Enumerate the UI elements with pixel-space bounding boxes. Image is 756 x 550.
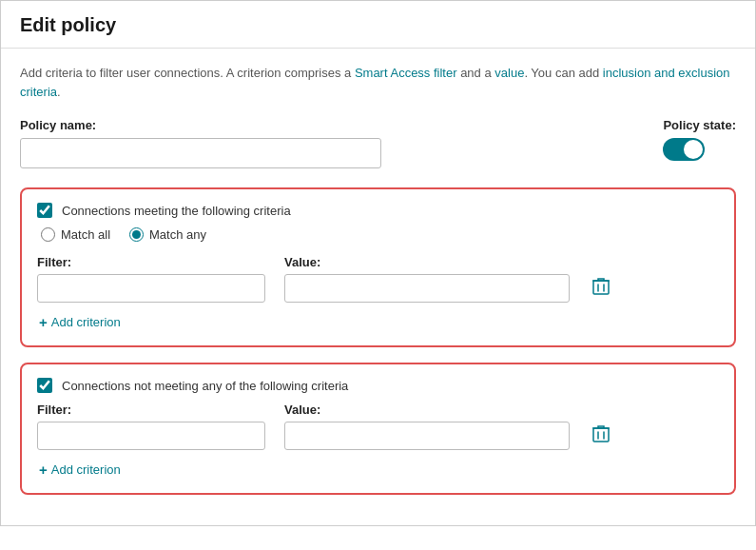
exclusion-criteria-title: Connections not meeting any of the follo… [62,379,348,393]
inclusion-criteria-box: Connections meeting the following criter… [20,187,736,347]
inclusion-plus-icon: + [39,314,48,330]
svg-rect-4 [593,428,609,442]
exclusion-plus-icon: + [39,462,48,478]
inclusion-criteria-title: Connections meeting the following criter… [62,204,291,218]
exclusion-criteria-header: Connections not meeting any of the follo… [37,378,719,393]
exclusion-filter-label: Filter: [37,403,265,417]
inclusion-filter-group: Filter: [37,255,265,303]
exclusion-add-criterion-button[interactable]: + Add criterion [39,462,121,478]
page-header: Edit policy [1,1,755,49]
inclusion-filter-input[interactable] [37,274,265,303]
svg-rect-0 [593,281,609,294]
policy-state-label: Policy state: [663,118,736,132]
match-any-radio[interactable] [129,227,144,242]
exclusion-value-group: Value: [284,403,570,450]
exclusion-delete-button[interactable] [589,424,613,448]
smart-access-filter-link[interactable]: Smart Access filter [355,66,457,80]
page-container: Edit policy Add criteria to filter user … [0,0,756,526]
match-all-text: Match all [61,227,110,242]
inclusion-delete-button[interactable] [589,277,613,301]
policy-state-toggle[interactable] [663,138,705,161]
value-link[interactable]: value [494,66,524,80]
exclusion-criteria-checkbox[interactable] [37,378,52,393]
match-all-label[interactable]: Match all [41,227,110,242]
inclusion-filter-label: Filter: [37,255,265,269]
policy-name-label: Policy name: [20,118,381,132]
inclusion-value-label: Value: [284,255,570,269]
match-all-radio[interactable] [41,227,55,242]
info-text: Add criteria to filter user connections.… [20,64,736,101]
exclusion-trash-icon [592,424,610,448]
inclusion-value-group: Value: [284,255,570,303]
exclusion-filter-value-row: Filter: Value: [37,403,719,450]
exclusion-filter-group: Filter: [37,403,265,450]
policy-state-group: Policy state: [663,118,736,161]
match-options-row: Match all Match any [41,227,719,242]
inclusion-criteria-checkbox[interactable] [37,203,52,218]
match-any-text: Match any [149,227,206,242]
inclusion-value-input[interactable] [284,274,570,303]
policy-name-row: Policy name: Policy state: [20,118,736,168]
match-any-label[interactable]: Match any [129,227,206,242]
page-title: Edit policy [20,14,736,36]
exclusion-add-criterion-label: Add criterion [51,462,121,477]
exclusion-value-input[interactable] [284,422,570,450]
policy-name-input[interactable] [20,138,381,168]
inclusion-criteria-header: Connections meeting the following criter… [37,203,719,218]
inclusion-add-criterion-label: Add criterion [51,315,121,329]
inclusion-filter-value-row: Filter: Value: [37,255,719,303]
exclusion-value-label: Value: [284,403,570,417]
policy-name-group: Policy name: [20,118,381,168]
content-area: Add criteria to filter user connections.… [1,49,755,525]
inclusion-add-criterion-button[interactable]: + Add criterion [39,314,121,330]
exclusion-criteria-box: Connections not meeting any of the follo… [20,363,736,495]
exclusion-filter-input[interactable] [37,422,265,450]
trash-icon [592,277,610,301]
